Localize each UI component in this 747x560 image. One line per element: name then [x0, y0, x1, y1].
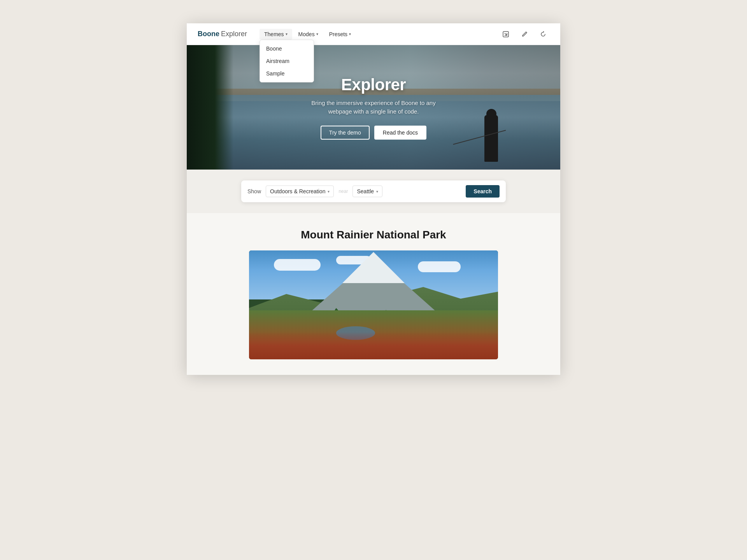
modes-label: Modes	[298, 31, 315, 37]
theme-sample[interactable]: Sample	[260, 67, 314, 80]
content-section: Mount Rainier National Park	[187, 213, 560, 375]
theme-airstream[interactable]: Airstream	[260, 55, 314, 67]
brand-logo[interactable]: Boone Explorer	[198, 30, 247, 38]
themes-chevron-icon: ▾	[286, 32, 288, 36]
modes-chevron-icon: ▾	[316, 32, 318, 36]
show-label: Show	[247, 188, 261, 194]
nav-presets[interactable]: Presets ▾	[324, 29, 356, 40]
search-button[interactable]: Search	[466, 185, 500, 198]
nav-actions	[500, 28, 549, 40]
place-title: Mount Rainier National Park	[199, 229, 548, 241]
location-value: Seattle	[357, 188, 374, 194]
mr-flowers	[249, 332, 498, 359]
theme-boone[interactable]: Boone	[260, 42, 314, 55]
mt-rainier-scene	[249, 250, 498, 359]
navbar: Boone Explorer Themes ▾ Boone Airstream …	[187, 23, 560, 45]
location-select[interactable]: Seattle ▾	[352, 186, 382, 197]
hero-buttons: Try the demo Read the docs	[321, 126, 426, 140]
nav-menu: Themes ▾ Boone Airstream Sample Modes ▾ …	[260, 29, 500, 40]
presets-chevron-icon: ▾	[349, 32, 351, 36]
hero-section: Explorer Bring the immersive experience …	[187, 45, 560, 170]
edit-icon[interactable]	[518, 28, 531, 40]
read-docs-button[interactable]: Read the docs	[374, 126, 426, 140]
category-value: Outdoors & Recreation	[270, 188, 325, 194]
brand-boone: Boone	[198, 30, 219, 38]
near-label: near	[338, 189, 348, 194]
hero-content: Explorer Bring the immersive experience …	[187, 45, 560, 170]
nav-themes[interactable]: Themes ▾ Boone Airstream Sample	[260, 29, 292, 40]
presets-label: Presets	[329, 31, 347, 37]
reset-icon[interactable]	[537, 28, 549, 40]
search-bar: Show Outdoors & Recreation ▾ near Seattl…	[241, 180, 506, 202]
category-chevron-icon: ▾	[328, 189, 330, 194]
category-select[interactable]: Outdoors & Recreation ▾	[266, 186, 334, 197]
hero-title: Explorer	[341, 75, 406, 94]
place-image	[249, 250, 498, 359]
hero-subtitle: Bring the immersive experience of Boone …	[303, 99, 444, 116]
try-demo-button[interactable]: Try the demo	[321, 126, 370, 140]
themes-dropdown: Boone Airstream Sample	[260, 40, 314, 82]
expand-icon[interactable]	[500, 28, 512, 40]
themes-label: Themes	[264, 31, 284, 37]
brand-explorer: Explorer	[221, 30, 247, 38]
search-section: Show Outdoors & Recreation ▾ near Seattl…	[187, 170, 560, 213]
mr-mountain-snow	[342, 252, 405, 283]
location-chevron-icon: ▾	[376, 189, 378, 194]
nav-modes[interactable]: Modes ▾	[294, 29, 323, 40]
